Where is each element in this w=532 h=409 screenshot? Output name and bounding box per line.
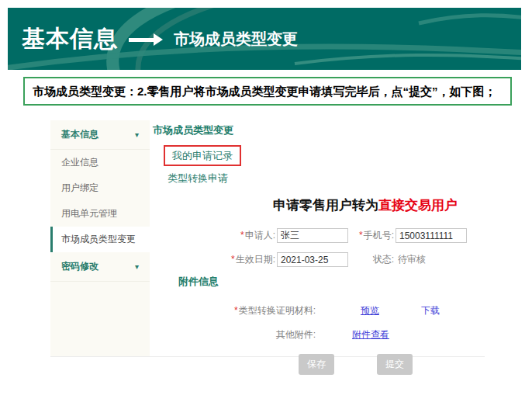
- form-row-2: *生效日期: 状态: 待审核: [153, 252, 485, 267]
- banner-subtitle: 市场成员类型变更: [174, 29, 298, 50]
- applicant-label: *申请人:: [153, 229, 275, 242]
- form-row-1: *申请人: *手机号:: [153, 228, 485, 243]
- form-title-prefix: 申请零售用户转为: [273, 198, 378, 213]
- chevron-down-icon: ▾: [135, 262, 139, 271]
- my-application-records-link[interactable]: 我的申请记录: [172, 150, 233, 161]
- sidebar: 基本信息 ▾ 企业信息 用户绑定 用电单元管理 市场成员类型变更 密码修改 ▾: [50, 120, 150, 356]
- other-attachments-label-text: 其他附件:: [276, 329, 316, 340]
- page-title: 市场成员类型变更: [153, 123, 485, 137]
- preview-link[interactable]: 预览: [361, 304, 379, 317]
- sidebar-group-basic-info-label: 基本信息: [61, 128, 98, 141]
- banner: 基本信息 市场成员类型变更: [8, 8, 521, 70]
- type-change-application-link[interactable]: 类型转换申请: [168, 172, 485, 185]
- annotation-highlight-box: 我的申请记录: [164, 145, 241, 166]
- instruction-note: 市场成员类型变更：2.零售用户将市场成员类型变更申请填写完毕后，点“提交”，如下…: [23, 77, 512, 106]
- form-title-highlight: 直接交易用户: [378, 198, 458, 213]
- sidebar-item-power-unit-management[interactable]: 用电单元管理: [50, 201, 150, 227]
- sidebar-group-password-change-label: 密码修改: [61, 260, 98, 273]
- required-marker: *: [359, 230, 363, 241]
- action-buttons: 保存 提交: [299, 354, 485, 375]
- effective-date-input[interactable]: [277, 252, 348, 267]
- sidebar-group-basic-info[interactable]: 基本信息 ▾: [50, 120, 150, 150]
- phone-label-text: 手机号:: [364, 230, 394, 241]
- material-label: *类型转换证明材料:: [153, 304, 316, 317]
- status-label: 状态:: [348, 253, 394, 266]
- phone-label: *手机号:: [348, 229, 394, 242]
- required-marker: *: [231, 254, 235, 265]
- attachments-section-title: 附件信息: [178, 275, 485, 289]
- effective-date-label: *生效日期:: [153, 253, 275, 266]
- form-title: 申请零售用户转为直接交易用户: [273, 196, 485, 214]
- submit-button[interactable]: 提交: [377, 354, 413, 375]
- material-label-text: 类型转换证明材料:: [239, 305, 316, 316]
- sidebar-item-company-info[interactable]: 企业信息: [50, 150, 150, 175]
- sidebar-group-password-change[interactable]: 密码修改 ▾: [50, 252, 150, 282]
- download-link[interactable]: 下载: [421, 304, 440, 317]
- banner-content: 基本信息 市场成员类型变更: [22, 8, 298, 70]
- status-label-text: 状态:: [373, 254, 394, 265]
- applicant-label-text: 申请人:: [245, 230, 275, 241]
- sidebar-item-member-type-change[interactable]: 市场成员类型变更: [50, 227, 150, 252]
- main-panel: 市场成员类型变更 我的申请记录 类型转换申请 申请零售用户转为直接交易用户 *申…: [153, 123, 485, 375]
- sidebar-item-user-binding[interactable]: 用户绑定: [50, 175, 150, 201]
- phone-input[interactable]: [396, 228, 467, 243]
- attachment-row-other: 其他附件: 附件查看: [153, 328, 485, 341]
- attachment-row-material: *类型转换证明材料: 预览 下载: [153, 304, 485, 317]
- banner-title: 基本信息: [22, 23, 118, 55]
- arrow-right-icon: [129, 33, 163, 46]
- effective-date-label-text: 生效日期:: [236, 254, 275, 265]
- status-value: 待审核: [398, 253, 426, 266]
- page: 基本信息 市场成员类型变更 市场成员类型变更：2.零售用户将市场成员类型变更申请…: [0, 0, 532, 409]
- save-button[interactable]: 保存: [299, 354, 334, 375]
- app-screenshot: 基本信息 ▾ 企业信息 用户绑定 用电单元管理 市场成员类型变更 密码修改 ▾ …: [50, 120, 485, 357]
- applicant-input[interactable]: [277, 228, 348, 243]
- chevron-down-icon: ▾: [135, 130, 139, 139]
- required-marker: *: [240, 230, 244, 241]
- required-marker: *: [234, 305, 238, 316]
- attachment-view-link[interactable]: 附件查看: [352, 328, 389, 341]
- other-attachments-label: 其他附件:: [153, 328, 316, 341]
